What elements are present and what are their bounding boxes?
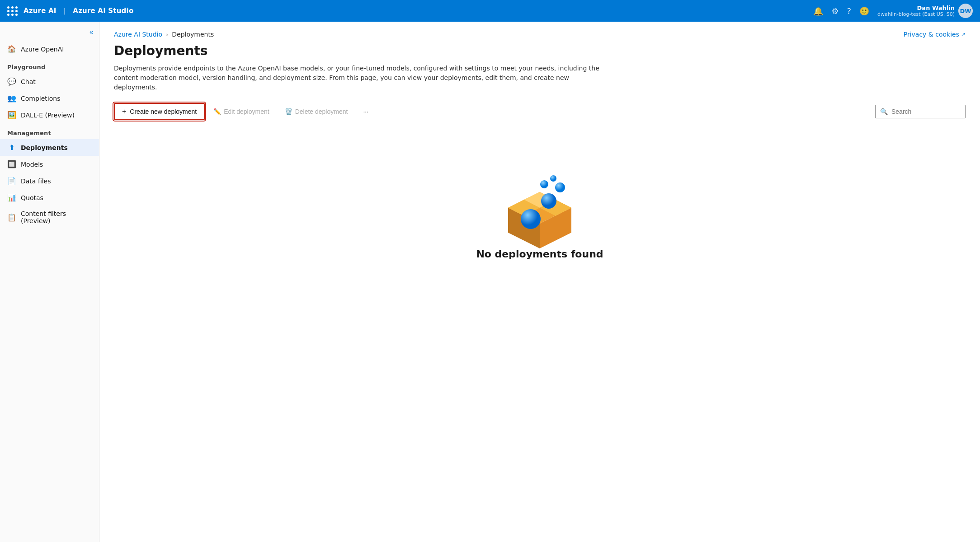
models-icon: 🔲	[7, 160, 16, 168]
empty-state-title: No deployments found	[476, 248, 603, 260]
toolbar: + Create new deployment ✏️ Edit deployme…	[114, 103, 966, 120]
deployments-icon: ⬆️	[7, 143, 16, 152]
delete-deployment-button[interactable]: 🗑️ Delete deployment	[278, 104, 355, 119]
search-input[interactable]	[891, 108, 961, 115]
privacy-cookies-link[interactable]: Privacy & cookies ↗	[904, 31, 966, 38]
data-files-icon: 📄	[7, 177, 16, 185]
chat-icon: 💬	[7, 77, 16, 86]
user-name: Dan Wahlin	[877, 5, 955, 11]
collapse-sidebar-button[interactable]: «	[90, 28, 94, 36]
top-navigation: Azure AI | Azure AI Studio 🔔 ⚙️ ? 🙂 Dan …	[0, 0, 980, 22]
empty-state: No deployments found	[114, 131, 966, 287]
page-description: Deployments provide endpoints to the Azu…	[114, 64, 611, 92]
plus-icon: +	[122, 107, 126, 116]
more-options-label: ···	[363, 108, 368, 115]
app-launcher[interactable]	[7, 6, 18, 16]
sidebar-item-azure-openai[interactable]: 🏠 Azure OpenAI	[0, 41, 99, 57]
delete-icon: 🗑️	[285, 108, 292, 115]
svg-point-7	[541, 193, 556, 209]
sidebar-item-chat-label: Chat	[21, 78, 36, 85]
breadcrumb-parent-link[interactable]: Azure AI Studio	[114, 31, 162, 38]
breadcrumb: Azure AI Studio › Deployments Privacy & …	[114, 31, 966, 38]
sidebar-item-deployments[interactable]: ⬆️ Deployments	[0, 139, 99, 156]
breadcrumb-current: Deployments	[172, 31, 214, 38]
sidebar-item-data-files-label: Data files	[21, 178, 51, 185]
create-new-deployment-button[interactable]: + Create new deployment	[114, 103, 205, 120]
brand-azure-ai: Azure AI	[24, 7, 57, 15]
brand-separator: |	[64, 7, 66, 14]
sidebar-item-azure-openai-label: Azure OpenAI	[21, 46, 64, 53]
edit-deployment-label: Edit deployment	[224, 108, 269, 115]
sidebar-item-data-files[interactable]: 📄 Data files	[0, 173, 99, 189]
svg-point-9	[550, 175, 556, 182]
sidebar-item-completions-label: Completions	[21, 95, 60, 102]
sidebar-section-playground: Playground	[0, 57, 99, 73]
avatar[interactable]: DW	[958, 4, 973, 18]
sidebar-item-content-filters-label: Content filters (Preview)	[21, 210, 92, 224]
completions-icon: 👥	[7, 94, 16, 103]
sidebar-item-dalle-label: DALL·E (Preview)	[21, 112, 75, 119]
dalle-icon: 🖼️	[7, 111, 16, 119]
user-info: Dan Wahlin dwahlin-blog-test (East US, S…	[877, 5, 955, 17]
sidebar-item-chat[interactable]: 💬 Chat	[0, 73, 99, 90]
sidebar-item-deployments-label: Deployments	[21, 144, 68, 151]
user-menu[interactable]: Dan Wahlin dwahlin-blog-test (East US, S…	[877, 4, 973, 18]
notifications-icon[interactable]: 🔔	[813, 6, 823, 16]
breadcrumb-right: Privacy & cookies ↗	[904, 31, 966, 38]
sidebar-item-dalle[interactable]: 🖼️ DALL·E (Preview)	[0, 107, 99, 123]
privacy-cookies-text: Privacy & cookies	[904, 31, 959, 38]
content-filters-icon: 📋	[7, 213, 16, 222]
sidebar-item-models[interactable]: 🔲 Models	[0, 156, 99, 173]
search-icon: 🔍	[880, 108, 888, 115]
svg-point-10	[540, 180, 548, 188]
search-box[interactable]: 🔍	[875, 105, 966, 118]
quotas-icon: 📊	[7, 193, 16, 202]
external-link-icon: ↗	[961, 31, 966, 37]
sidebar-collapse-btn-container: «	[0, 25, 99, 41]
edit-icon: ✏️	[213, 108, 221, 115]
sidebar-item-quotas-label: Quotas	[21, 194, 43, 201]
page-title: Deployments	[114, 43, 966, 58]
main-content: Azure AI Studio › Deployments Privacy & …	[99, 22, 980, 542]
sidebar-item-quotas[interactable]: 📊 Quotas	[0, 189, 99, 206]
sidebar-item-completions[interactable]: 👥 Completions	[0, 90, 99, 107]
topnav-right-section: 🔔 ⚙️ ? 🙂 Dan Wahlin dwahlin-blog-test (E…	[813, 4, 973, 18]
sidebar-item-models-label: Models	[21, 161, 43, 168]
more-options-button[interactable]: ···	[356, 104, 375, 119]
delete-deployment-label: Delete deployment	[295, 108, 348, 115]
home-icon: 🏠	[7, 45, 16, 53]
feedback-icon[interactable]: 🙂	[859, 6, 869, 16]
sidebar-item-content-filters[interactable]: 📋 Content filters (Preview)	[0, 206, 99, 229]
edit-deployment-button[interactable]: ✏️ Edit deployment	[207, 104, 276, 119]
svg-point-8	[555, 182, 565, 192]
create-new-deployment-label: Create new deployment	[130, 108, 197, 115]
svg-point-6	[521, 209, 541, 229]
help-icon[interactable]: ?	[847, 6, 852, 16]
sidebar: « 🏠 Azure OpenAI Playground 💬 Chat 👥 Com…	[0, 22, 99, 542]
breadcrumb-separator: ›	[166, 31, 168, 38]
empty-state-illustration	[490, 158, 589, 248]
settings-icon[interactable]: ⚙️	[831, 6, 839, 16]
sidebar-section-management: Management	[0, 123, 99, 139]
user-subscription: dwahlin-blog-test (East US, S0)	[877, 11, 955, 17]
brand-studio: Azure AI Studio	[73, 7, 133, 15]
